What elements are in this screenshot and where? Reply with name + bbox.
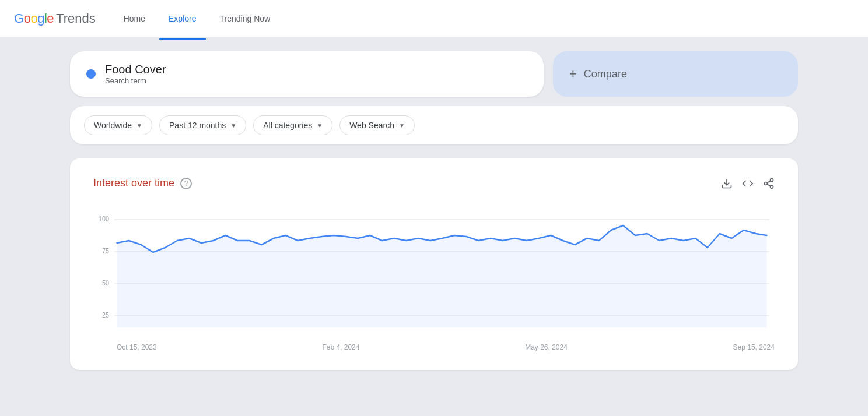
filter-time[interactable]: Past 12 months ▼ <box>159 115 246 135</box>
nav-item-explore[interactable]: Explore <box>159 9 205 28</box>
svg-line-5 <box>767 181 771 182</box>
logo-google-text: Google <box>14 11 54 26</box>
search-term-type: Search term <box>105 76 166 85</box>
filter-region[interactable]: Worldwide ▼ <box>84 115 152 135</box>
filter-category-label: All categories <box>263 121 312 130</box>
search-box[interactable]: Food Cover Search term <box>70 51 544 97</box>
chevron-down-icon: ▼ <box>317 122 323 129</box>
chart-actions <box>721 178 775 189</box>
filter-category[interactable]: All categories ▼ <box>253 115 332 135</box>
trend-area <box>117 225 766 327</box>
svg-text:100: 100 <box>99 215 109 223</box>
content-area: Food Cover Search term + Compare Worldwi… <box>0 51 868 370</box>
chart-container: 100 75 50 25 Oct 15, 2023 Feb 4, 2024 Ma… <box>93 208 775 351</box>
compare-plus-icon: + <box>569 66 577 82</box>
svg-text:75: 75 <box>102 247 109 255</box>
filter-time-label: Past 12 months <box>169 121 226 130</box>
main-nav: Home Explore Trending Now <box>114 9 279 28</box>
filter-search-type[interactable]: Web Search ▼ <box>340 115 415 135</box>
compare-box[interactable]: + Compare <box>553 51 798 97</box>
search-term-info: Food Cover Search term <box>105 63 166 85</box>
chevron-down-icon: ▼ <box>136 122 142 129</box>
svg-point-2 <box>765 182 768 185</box>
download-button[interactable] <box>721 178 733 189</box>
compare-label: Compare <box>584 68 627 80</box>
search-dot-indicator <box>86 69 96 79</box>
filter-region-label: Worldwide <box>94 121 132 130</box>
filter-search-type-label: Web Search <box>349 121 394 130</box>
x-label-oct: Oct 15, 2023 <box>117 343 157 351</box>
chart-header: Interest over time ? <box>93 177 775 189</box>
main-content: Food Cover Search term + Compare Worldwi… <box>0 37 868 384</box>
chevron-down-icon: ▼ <box>230 122 236 129</box>
search-term-name: Food Cover <box>105 63 166 76</box>
filter-bar: Worldwide ▼ Past 12 months ▼ All categor… <box>70 106 798 144</box>
trend-chart-svg: 100 75 50 25 <box>93 208 775 336</box>
svg-point-3 <box>771 185 774 188</box>
chevron-down-icon: ▼ <box>399 122 405 129</box>
x-label-feb: Feb 4, 2024 <box>322 343 359 351</box>
svg-point-1 <box>771 178 774 181</box>
logo: Google Trends <box>14 11 96 26</box>
nav-item-home[interactable]: Home <box>114 9 155 28</box>
chart-section: Interest over time ? <box>70 158 798 370</box>
header: Google Trends Home Explore Trending Now <box>0 0 868 37</box>
chart-title: Interest over time <box>93 177 174 189</box>
x-label-may: May 26, 2024 <box>525 343 568 351</box>
x-label-sep: Sep 15, 2024 <box>733 343 775 351</box>
x-axis-labels: Oct 15, 2023 Feb 4, 2024 May 26, 2024 Se… <box>93 339 775 351</box>
svg-line-4 <box>767 184 771 186</box>
chart-title-group: Interest over time ? <box>93 177 192 189</box>
svg-text:50: 50 <box>102 279 109 287</box>
logo-trends-text: Trends <box>56 11 96 26</box>
share-button[interactable] <box>763 178 775 189</box>
svg-text:25: 25 <box>102 311 109 319</box>
search-section: Food Cover Search term + Compare <box>70 51 798 97</box>
help-icon[interactable]: ? <box>180 178 192 189</box>
embed-button[interactable] <box>742 178 754 189</box>
nav-item-trending[interactable]: Trending Now <box>211 9 280 28</box>
